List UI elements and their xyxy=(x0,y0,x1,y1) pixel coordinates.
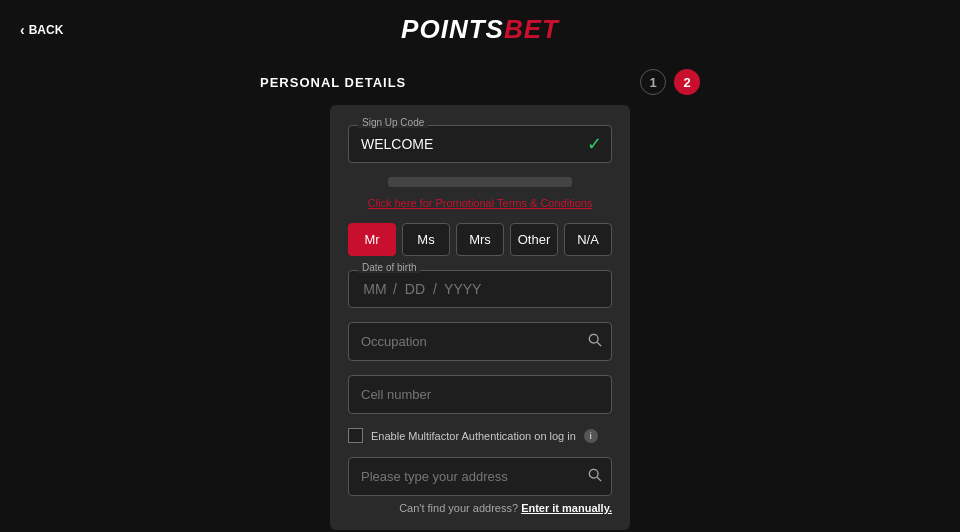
back-button[interactable]: ‹ BACK xyxy=(20,22,63,38)
title-na-button[interactable]: N/A xyxy=(564,223,612,256)
mfa-row: Enable Multifactor Authentication on log… xyxy=(348,428,612,443)
step-2: 2 xyxy=(674,69,700,95)
dob-sep-1: / xyxy=(393,281,397,297)
form-card: Sign Up Code ✓ Click here for Promotiona… xyxy=(330,105,630,530)
cell-number-input[interactable] xyxy=(348,375,612,414)
signup-code-input[interactable] xyxy=(348,125,612,163)
check-icon: ✓ xyxy=(587,133,602,155)
dob-sep-2: / xyxy=(433,281,437,297)
mfa-info-icon[interactable]: i xyxy=(584,429,598,443)
header: ‹ BACK POINTSBET xyxy=(0,0,960,59)
svg-line-3 xyxy=(597,477,601,481)
dob-group: Date of birth / / xyxy=(348,270,612,308)
signup-code-group: Sign Up Code ✓ xyxy=(348,125,612,163)
dob-yyyy-input[interactable] xyxy=(441,281,485,297)
logo-points: POINTS xyxy=(401,14,504,44)
back-arrow-icon: ‹ xyxy=(20,22,25,38)
occupation-group xyxy=(348,322,612,361)
title-ms-button[interactable]: Ms xyxy=(402,223,450,256)
address-search-icon xyxy=(588,468,602,486)
dob-input-row: / / xyxy=(348,270,612,308)
dob-dd-input[interactable] xyxy=(401,281,429,297)
address-group xyxy=(348,457,612,496)
svg-point-0 xyxy=(589,334,598,343)
dob-mm-input[interactable] xyxy=(361,281,389,297)
title-mr-button[interactable]: Mr xyxy=(348,223,396,256)
title-mrs-button[interactable]: Mrs xyxy=(456,223,504,256)
address-input[interactable] xyxy=(348,457,612,496)
enter-manually-link[interactable]: Enter it manually. xyxy=(521,502,612,514)
svg-point-2 xyxy=(589,469,598,478)
title-other-button[interactable]: Other xyxy=(510,223,558,256)
logo: POINTSBET xyxy=(401,14,559,45)
step-indicators: 1 2 xyxy=(640,69,700,95)
mfa-label: Enable Multifactor Authentication on log… xyxy=(371,430,576,442)
occupation-input[interactable] xyxy=(348,322,612,361)
dob-label: Date of birth xyxy=(358,262,420,273)
title-buttons: Mr Ms Mrs Other N/A xyxy=(348,223,612,256)
cant-find-address: Can't find your address? Enter it manual… xyxy=(348,502,612,514)
cant-find-text: Can't find your address? xyxy=(399,502,518,514)
logo-bet: BET xyxy=(504,14,559,44)
promo-bar xyxy=(388,177,573,187)
occupation-search-icon xyxy=(588,333,602,351)
promo-link[interactable]: Click here for Promotional Terms & Condi… xyxy=(348,197,612,209)
back-label: BACK xyxy=(29,23,64,37)
signup-code-label: Sign Up Code xyxy=(358,117,428,128)
mfa-checkbox[interactable] xyxy=(348,428,363,443)
step-1: 1 xyxy=(640,69,666,95)
page-title: PERSONAL DETAILS xyxy=(260,75,406,90)
page-title-bar: PERSONAL DETAILS 1 2 xyxy=(0,59,960,105)
svg-line-1 xyxy=(597,342,601,346)
